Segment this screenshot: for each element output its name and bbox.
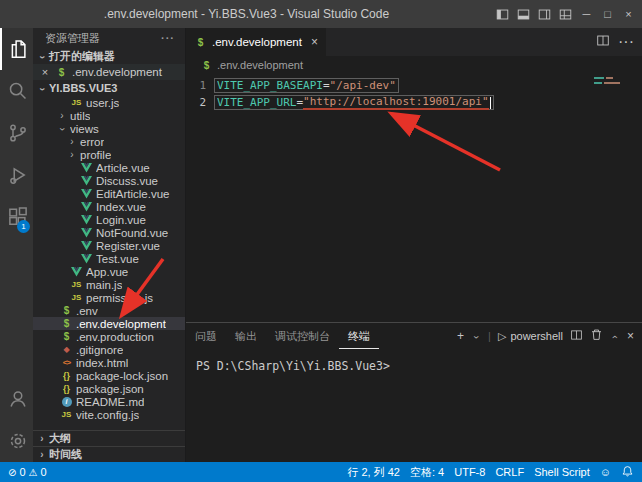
notifications-bell-icon[interactable]: [621, 465, 634, 480]
tree-item-.env.production[interactable]: $.env.production: [33, 330, 185, 343]
chevron-right-icon: ›: [67, 136, 77, 147]
explorer-icon[interactable]: [0, 28, 33, 70]
tree-item-package-lock.json[interactable]: {}package-lock.json: [33, 369, 185, 382]
close-button[interactable]: ×: [619, 4, 638, 24]
terminal-prompt: PS D:\CSharp\Yi\Yi.BBS.Vue3>: [196, 359, 390, 373]
maximize-panel-icon[interactable]: ›: [609, 332, 620, 342]
customize-layout-icon[interactable]: [556, 4, 575, 24]
tree-item-.env[interactable]: $.env: [33, 304, 185, 317]
minimize-button[interactable]: ─: [577, 4, 596, 24]
tree-item-views[interactable]: ›views: [33, 122, 185, 135]
timeline-section[interactable]: › 时间线: [33, 446, 185, 462]
toggle-sidebar-icon[interactable]: [493, 4, 512, 24]
tree-item-permission.js[interactable]: JSpermission.js: [33, 291, 185, 304]
activity-bar-spacer: [0, 238, 33, 378]
chevron-right-icon: ›: [37, 449, 47, 460]
toggle-panel-icon[interactable]: [514, 4, 533, 24]
problems-status[interactable]: ⊘ 0 ⚠ 0: [8, 466, 47, 478]
panel-tab-输出[interactable]: 输出: [226, 323, 266, 349]
panel-tab-问题[interactable]: 问题: [186, 323, 226, 349]
status-language-mode[interactable]: Shell Script: [534, 466, 590, 478]
extensions-icon[interactable]: 1: [0, 196, 33, 238]
separator: |: [488, 330, 491, 342]
tree-item-package.json[interactable]: {}package.json: [33, 382, 185, 395]
vscode-window: .env.development - Yi.BBS.Vue3 - Visual …: [0, 0, 642, 482]
split-editor-icon[interactable]: [596, 33, 610, 51]
tree-item-user.js[interactable]: JSuser.js: [33, 96, 185, 109]
tree-item-NotFound.vue[interactable]: NotFound.vue: [33, 226, 185, 239]
sidebar-more-actions-icon[interactable]: ···: [161, 32, 175, 44]
tree-item-.env.development[interactable]: $.env.development: [33, 317, 185, 330]
open-editor-item-env-development[interactable]: × $ .env.development: [33, 64, 185, 80]
new-terminal-icon[interactable]: +: [457, 329, 464, 343]
tree-item-main.js[interactable]: JSmain.js: [33, 278, 185, 291]
tree-item-App.vue[interactable]: App.vue: [33, 265, 185, 278]
shell-selector[interactable]: ▷ powershell: [498, 330, 563, 343]
tree-item-profile[interactable]: ›profile: [33, 148, 185, 161]
run-debug-icon[interactable]: [0, 154, 33, 196]
open-editors-header[interactable]: › 打开的编辑器: [33, 48, 185, 64]
tree-item-label: Login.vue: [96, 214, 146, 226]
chevron-right-icon: ›: [57, 110, 67, 121]
tree-item-Login.vue[interactable]: Login.vue: [33, 213, 185, 226]
env-file-icon: $: [200, 60, 213, 71]
json-file-icon: {}: [60, 371, 73, 381]
tree-item-Test.vue[interactable]: Test.vue: [33, 252, 185, 265]
split-terminal-icon[interactable]: [570, 329, 583, 344]
tree-item-.gitignore[interactable]: ◆.gitignore: [33, 343, 185, 356]
html-file-icon: <>: [60, 358, 73, 367]
settings-gear-icon[interactable]: [0, 420, 33, 462]
close-tab-icon[interactable]: ×: [311, 35, 318, 49]
panel-tab-调试控制台[interactable]: 调试控制台: [266, 323, 339, 349]
close-editor-icon[interactable]: ×: [39, 66, 51, 78]
code-line-1[interactable]: 1VITE_APP_BASEAPI="/api-dev": [186, 77, 642, 94]
chevron-down-icon: ›: [37, 52, 48, 62]
code-line-2[interactable]: 2VITE_APP_URL="http://localhost:19001/ap…: [186, 94, 642, 111]
status-encoding[interactable]: UTF-8: [454, 466, 485, 478]
tree-item-Index.vue[interactable]: Index.vue: [33, 200, 185, 213]
outline-section[interactable]: › 大纲: [33, 430, 185, 446]
status-indentation[interactable]: 空格: 4: [410, 465, 444, 480]
panel-tab-终端[interactable]: 终端: [339, 323, 379, 349]
minimap[interactable]: [594, 77, 630, 87]
sidebar-title: 资源管理器: [45, 31, 100, 46]
tree-item-label: Index.vue: [96, 201, 146, 213]
env-file-icon: $: [194, 37, 207, 48]
kill-terminal-trash-icon[interactable]: [590, 328, 603, 344]
close-panel-icon[interactable]: ×: [627, 329, 634, 343]
editor[interactable]: 1VITE_APP_BASEAPI="/api-dev"2VITE_APP_UR…: [186, 74, 642, 322]
panel-tabs: 问题输出调试控制台终端: [186, 323, 379, 349]
main-area: 1 资源管理器 ··· › 打开的编辑器 × $ .env.dev: [0, 28, 642, 462]
tree-item-Register.vue[interactable]: Register.vue: [33, 239, 185, 252]
tree-item-label: package.json: [76, 383, 144, 395]
toggle-secondary-sidebar-icon[interactable]: [535, 4, 554, 24]
terminal-output[interactable]: PS D:\CSharp\Yi\Yi.BBS.Vue3>: [186, 349, 642, 462]
source-control-icon[interactable]: [0, 112, 33, 154]
tree-item-README.md[interactable]: iREADME.md: [33, 395, 185, 408]
tree-item-EditArticle.vue[interactable]: EditArticle.vue: [33, 187, 185, 200]
search-icon[interactable]: [0, 70, 33, 112]
account-icon[interactable]: [0, 378, 33, 420]
vue-file-icon: [80, 228, 93, 238]
tree-item-index.html[interactable]: <>index.html: [33, 356, 185, 369]
git-file-icon: ◆: [60, 345, 73, 354]
maximize-button[interactable]: □: [598, 4, 617, 24]
js-file-icon: JS: [70, 98, 83, 107]
explorer-sidebar: 资源管理器 ··· › 打开的编辑器 × $ .env.development …: [33, 28, 186, 462]
tree-item-label: .env: [76, 305, 98, 317]
vue-file-icon: [80, 202, 93, 212]
tab-env-development[interactable]: $ .env.development ×: [186, 28, 327, 56]
tree-item-vite.config.js[interactable]: JSvite.config.js: [33, 408, 185, 421]
tree-item-Article.vue[interactable]: Article.vue: [33, 161, 185, 174]
terminal-dropdown-icon[interactable]: ›: [471, 332, 482, 342]
feedback-smiley-icon[interactable]: ☺: [600, 466, 611, 478]
status-cursor-position[interactable]: 行 2, 列 42: [347, 465, 400, 480]
status-eol[interactable]: CRLF: [495, 466, 524, 478]
tree-item-Discuss.vue[interactable]: Discuss.vue: [33, 174, 185, 187]
breadcrumb[interactable]: $ .env.development: [186, 56, 642, 74]
tree-item-error[interactable]: ›error: [33, 135, 185, 148]
project-section-header[interactable]: › YI.BBS.VUE3: [33, 80, 185, 96]
tree-item-utils[interactable]: ›utils: [33, 109, 185, 122]
more-actions-icon[interactable]: ···: [618, 33, 634, 51]
minimap-line: [594, 77, 630, 79]
